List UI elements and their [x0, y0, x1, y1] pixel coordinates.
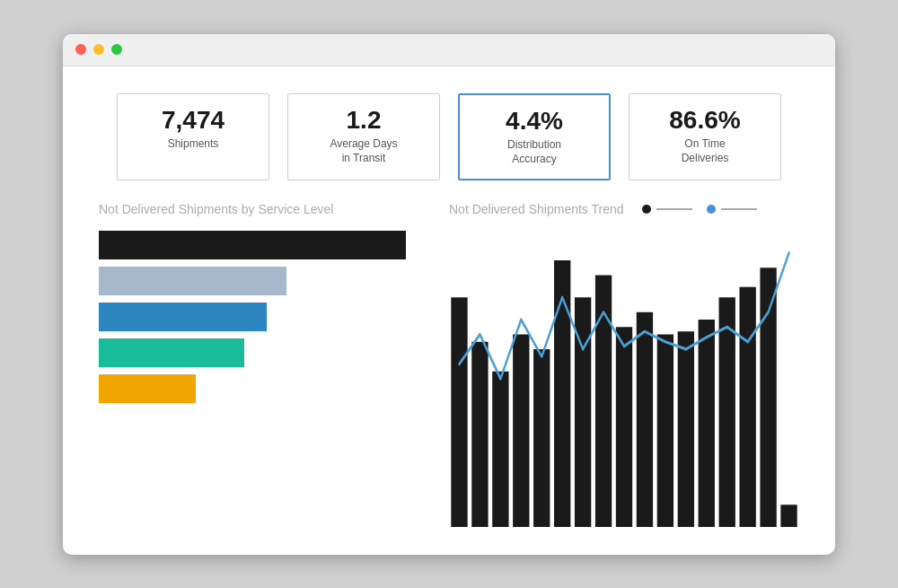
bar-chart [99, 231, 422, 403]
bar-1 [99, 231, 406, 259]
bar-chart-title: Not Delivered Shipments by Service Level [99, 202, 422, 216]
titlebar [63, 34, 835, 66]
legend-line-1 [656, 208, 692, 210]
svg-rect-14 [739, 287, 755, 527]
legend-dot-2 [707, 205, 716, 214]
kpi-card-on-time[interactable]: 86.6% On TimeDeliveries [629, 93, 781, 181]
svg-rect-2 [492, 372, 508, 527]
svg-rect-12 [699, 320, 715, 527]
trend-svg [449, 231, 799, 527]
svg-rect-1 [471, 342, 488, 527]
kpi-value-shipments: 7,474 [162, 107, 224, 135]
kpi-card-avg-days[interactable]: 1.2 Average Daysin Transit [287, 93, 440, 181]
kpi-label-shipments: Shipments [168, 137, 219, 152]
kpi-row: 7,474 Shipments 1.2 Average Daysin Trans… [99, 93, 799, 181]
svg-rect-10 [657, 335, 674, 528]
legend-dot-1 [642, 205, 651, 214]
bar-2 [99, 267, 286, 295]
trend-chart-area [449, 231, 799, 527]
kpi-label-on-time: On TimeDeliveries [682, 137, 729, 165]
bar-row-1 [99, 231, 422, 259]
minimize-button[interactable] [93, 44, 104, 55]
svg-rect-11 [678, 332, 694, 528]
legend-item-2 [707, 205, 757, 214]
bar-3 [99, 303, 267, 331]
bar-5 [99, 374, 196, 403]
trend-chart-title: Not Delivered Shipments Trend [449, 202, 624, 216]
close-button[interactable] [75, 44, 86, 55]
kpi-value-on-time: 86.6% [669, 107, 740, 135]
kpi-value-avg-days: 1.2 [347, 107, 382, 135]
trend-chart-section: Not Delivered Shipments Trend [449, 202, 799, 527]
legend-item-1 [642, 205, 692, 214]
legend [642, 205, 757, 214]
trend-header: Not Delivered Shipments Trend [449, 202, 799, 216]
bar-4 [99, 338, 244, 367]
main-content: 7,474 Shipments 1.2 Average Daysin Trans… [63, 66, 835, 555]
svg-rect-4 [533, 349, 550, 527]
kpi-value-distribution: 4.4% [506, 108, 563, 136]
kpi-label-avg-days: Average Daysin Transit [330, 137, 397, 165]
kpi-card-distribution[interactable]: 4.4% DistributionAccuracy [458, 93, 611, 181]
maximize-button[interactable] [111, 44, 122, 55]
kpi-card-shipments[interactable]: 7,474 Shipments [117, 93, 269, 181]
bar-row-5 [99, 374, 422, 403]
bar-chart-section: Not Delivered Shipments by Service Level [99, 202, 422, 527]
app-window: 7,474 Shipments 1.2 Average Daysin Trans… [63, 34, 835, 555]
bar-row-2 [99, 267, 422, 295]
bar-row-4 [99, 338, 422, 367]
bar-row-3 [99, 303, 422, 331]
svg-rect-16 [780, 505, 797, 528]
svg-rect-9 [637, 312, 653, 527]
svg-rect-3 [513, 335, 529, 528]
traffic-lights [75, 44, 122, 55]
svg-rect-8 [616, 328, 632, 528]
svg-rect-0 [451, 298, 467, 528]
charts-row: Not Delivered Shipments by Service Level [99, 202, 799, 527]
legend-line-2 [721, 208, 757, 210]
svg-rect-15 [760, 268, 776, 528]
kpi-label-distribution: DistributionAccuracy [507, 138, 561, 166]
